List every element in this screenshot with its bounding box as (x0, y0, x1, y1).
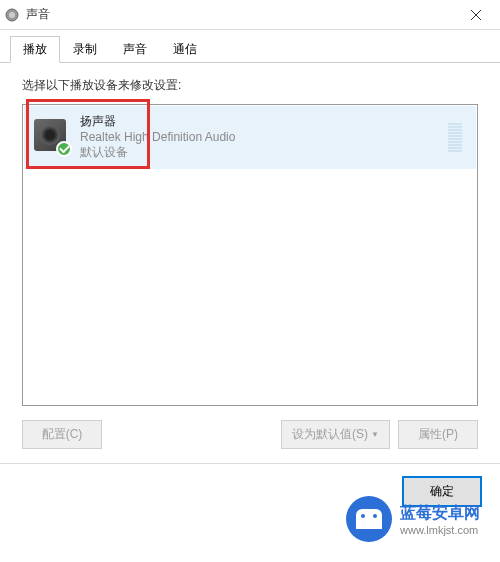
device-description: Realtek High Definition Audio (80, 130, 448, 146)
device-action-buttons: 配置(C) 设为默认值(S) ▼ 属性(P) (22, 420, 478, 449)
window-title: 声音 (26, 6, 456, 23)
properties-button[interactable]: 属性(P) (398, 420, 478, 449)
device-list[interactable]: 扬声器 Realtek High Definition Audio 默认设备 (22, 104, 478, 406)
default-check-icon (56, 141, 72, 157)
set-default-button[interactable]: 设为默认值(S) ▼ (281, 420, 390, 449)
configure-button[interactable]: 配置(C) (22, 420, 102, 449)
device-name: 扬声器 (80, 114, 448, 130)
watermark: 蓝莓安卓网 www.lmkjst.com (346, 496, 480, 542)
sound-icon (4, 7, 20, 23)
chevron-down-icon: ▼ (371, 430, 379, 439)
instruction-text: 选择以下播放设备来修改设置: (22, 77, 478, 94)
device-status: 默认设备 (80, 145, 448, 161)
watermark-title: 蓝莓安卓网 (400, 503, 480, 524)
tab-recording[interactable]: 录制 (60, 36, 110, 63)
tab-sounds[interactable]: 声音 (110, 36, 160, 63)
titlebar: 声音 (0, 0, 500, 30)
device-item-speaker[interactable]: 扬声器 Realtek High Definition Audio 默认设备 (24, 106, 476, 169)
device-info: 扬声器 Realtek High Definition Audio 默认设备 (80, 114, 448, 161)
tab-communications[interactable]: 通信 (160, 36, 210, 63)
watermark-url: www.lmkjst.com (400, 524, 480, 536)
level-meter (448, 123, 462, 152)
tab-content: 选择以下播放设备来修改设置: 扬声器 Realtek High Definiti… (0, 63, 500, 459)
set-default-label: 设为默认值(S) (292, 426, 368, 443)
speaker-icon (34, 119, 70, 155)
tab-playback[interactable]: 播放 (10, 36, 60, 63)
svg-point-1 (9, 12, 15, 18)
tab-bar: 播放 录制 声音 通信 (0, 30, 500, 63)
watermark-logo-icon (346, 496, 392, 542)
close-button[interactable] (456, 1, 496, 29)
